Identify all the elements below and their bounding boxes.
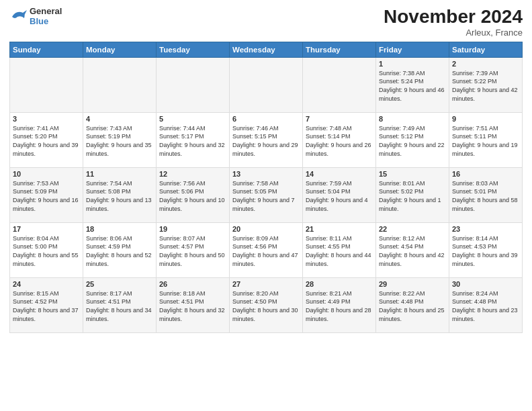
day-info: Sunrise: 7:49 AM Sunset: 5:12 PM Dayligh… <box>379 124 446 158</box>
day-info: Sunrise: 7:43 AM Sunset: 5:19 PM Dayligh… <box>86 124 153 158</box>
calendar-header-row: Sunday Monday Tuesday Wednesday Thursday… <box>10 42 523 57</box>
table-row: 8Sunrise: 7:49 AM Sunset: 5:12 PM Daylig… <box>376 112 449 167</box>
table-row: 29Sunrise: 8:22 AM Sunset: 4:48 PM Dayli… <box>376 277 449 332</box>
day-info: Sunrise: 8:24 AM Sunset: 4:48 PM Dayligh… <box>452 289 519 323</box>
day-info: Sunrise: 7:53 AM Sunset: 5:09 PM Dayligh… <box>13 179 80 213</box>
table-row: 23Sunrise: 8:14 AM Sunset: 4:53 PM Dayli… <box>449 222 523 277</box>
calendar-week-3: 10Sunrise: 7:53 AM Sunset: 5:09 PM Dayli… <box>10 167 523 222</box>
day-info: Sunrise: 8:09 AM Sunset: 4:56 PM Dayligh… <box>232 234 300 268</box>
day-number: 18 <box>86 225 153 233</box>
day-info: Sunrise: 8:21 AM Sunset: 4:49 PM Dayligh… <box>306 289 373 323</box>
day-number: 23 <box>452 225 519 233</box>
table-row: 15Sunrise: 8:01 AM Sunset: 5:02 PM Dayli… <box>376 167 449 222</box>
day-info: Sunrise: 7:44 AM Sunset: 5:17 PM Dayligh… <box>159 124 226 158</box>
table-row: 14Sunrise: 7:59 AM Sunset: 5:04 PM Dayli… <box>303 167 376 222</box>
table-row: 4Sunrise: 7:43 AM Sunset: 5:19 PM Daylig… <box>83 112 157 167</box>
table-row: 21Sunrise: 8:11 AM Sunset: 4:55 PM Dayli… <box>303 222 376 277</box>
table-row: 5Sunrise: 7:44 AM Sunset: 5:17 PM Daylig… <box>157 112 230 167</box>
day-number: 28 <box>306 280 373 288</box>
col-wednesday: Wednesday <box>230 42 303 57</box>
day-info: Sunrise: 8:14 AM Sunset: 4:53 PM Dayligh… <box>452 234 519 268</box>
day-info: Sunrise: 7:46 AM Sunset: 5:15 PM Dayligh… <box>232 124 300 158</box>
day-info: Sunrise: 7:48 AM Sunset: 5:14 PM Dayligh… <box>306 124 373 158</box>
col-tuesday: Tuesday <box>157 42 230 57</box>
table-row: 18Sunrise: 8:06 AM Sunset: 4:59 PM Dayli… <box>83 222 157 277</box>
day-info: Sunrise: 8:06 AM Sunset: 4:59 PM Dayligh… <box>86 234 153 268</box>
day-info: Sunrise: 8:17 AM Sunset: 4:51 PM Dayligh… <box>86 289 153 323</box>
table-row <box>157 57 230 112</box>
table-row: 1Sunrise: 7:38 AM Sunset: 5:24 PM Daylig… <box>376 57 449 112</box>
day-number: 12 <box>159 170 226 178</box>
calendar-week-2: 3Sunrise: 7:41 AM Sunset: 5:20 PM Daylig… <box>10 112 523 167</box>
day-info: Sunrise: 7:51 AM Sunset: 5:11 PM Dayligh… <box>452 124 519 158</box>
day-number: 2 <box>452 60 519 68</box>
table-row: 12Sunrise: 7:56 AM Sunset: 5:06 PM Dayli… <box>157 167 230 222</box>
day-info: Sunrise: 7:41 AM Sunset: 5:20 PM Dayligh… <box>13 124 80 158</box>
day-number: 5 <box>159 115 226 123</box>
day-number: 24 <box>13 280 80 288</box>
day-number: 16 <box>452 170 519 178</box>
day-number: 20 <box>232 225 300 233</box>
col-thursday: Thursday <box>303 42 376 57</box>
day-info: Sunrise: 8:15 AM Sunset: 4:52 PM Dayligh… <box>13 289 80 323</box>
table-row: 30Sunrise: 8:24 AM Sunset: 4:48 PM Dayli… <box>449 277 523 332</box>
table-row: 7Sunrise: 7:48 AM Sunset: 5:14 PM Daylig… <box>303 112 376 167</box>
day-number: 11 <box>86 170 153 178</box>
day-number: 9 <box>452 115 519 123</box>
day-info: Sunrise: 7:39 AM Sunset: 5:22 PM Dayligh… <box>452 69 519 103</box>
day-info: Sunrise: 8:18 AM Sunset: 4:51 PM Dayligh… <box>159 289 226 323</box>
col-sunday: Sunday <box>10 42 83 57</box>
day-number: 6 <box>232 115 300 123</box>
table-row: 3Sunrise: 7:41 AM Sunset: 5:20 PM Daylig… <box>10 112 83 167</box>
table-row: 11Sunrise: 7:54 AM Sunset: 5:08 PM Dayli… <box>83 167 157 222</box>
table-row: 17Sunrise: 8:04 AM Sunset: 5:00 PM Dayli… <box>10 222 83 277</box>
table-row <box>83 57 157 112</box>
day-info: Sunrise: 8:07 AM Sunset: 4:57 PM Dayligh… <box>159 234 226 268</box>
calendar-week-1: 1Sunrise: 7:38 AM Sunset: 5:24 PM Daylig… <box>10 57 523 112</box>
day-number: 7 <box>306 115 373 123</box>
day-info: Sunrise: 7:54 AM Sunset: 5:08 PM Dayligh… <box>86 179 153 213</box>
day-info: Sunrise: 7:56 AM Sunset: 5:06 PM Dayligh… <box>159 179 226 213</box>
col-friday: Friday <box>376 42 449 57</box>
day-number: 4 <box>86 115 153 123</box>
day-number: 13 <box>232 170 300 178</box>
col-saturday: Saturday <box>449 42 523 57</box>
title-block: November 2024 Arleux, France <box>384 7 523 38</box>
day-info: Sunrise: 7:38 AM Sunset: 5:24 PM Dayligh… <box>379 69 446 103</box>
table-row: 13Sunrise: 7:58 AM Sunset: 5:05 PM Dayli… <box>230 167 303 222</box>
day-number: 29 <box>379 280 446 288</box>
table-row: 2Sunrise: 7:39 AM Sunset: 5:22 PM Daylig… <box>449 57 523 112</box>
table-row: 10Sunrise: 7:53 AM Sunset: 5:09 PM Dayli… <box>10 167 83 222</box>
day-info: Sunrise: 8:03 AM Sunset: 5:01 PM Dayligh… <box>452 179 519 213</box>
day-info: Sunrise: 7:59 AM Sunset: 5:04 PM Dayligh… <box>306 179 373 213</box>
day-number: 10 <box>13 170 80 178</box>
day-number: 1 <box>379 60 446 68</box>
calendar-week-4: 17Sunrise: 8:04 AM Sunset: 5:00 PM Dayli… <box>10 222 523 277</box>
page: General Blue November 2024 Arleux, Franc… <box>0 0 532 411</box>
day-info: Sunrise: 7:58 AM Sunset: 5:05 PM Dayligh… <box>232 179 300 213</box>
day-number: 14 <box>306 170 373 178</box>
day-info: Sunrise: 8:22 AM Sunset: 4:48 PM Dayligh… <box>379 289 446 323</box>
table-row: 16Sunrise: 8:03 AM Sunset: 5:01 PM Dayli… <box>449 167 523 222</box>
table-row: 25Sunrise: 8:17 AM Sunset: 4:51 PM Dayli… <box>83 277 157 332</box>
logo: General Blue <box>9 7 62 27</box>
table-row: 9Sunrise: 7:51 AM Sunset: 5:11 PM Daylig… <box>449 112 523 167</box>
month-year-title: November 2024 <box>384 7 523 28</box>
logo-blue: Blue <box>30 17 62 27</box>
day-number: 30 <box>452 280 519 288</box>
day-info: Sunrise: 8:04 AM Sunset: 5:00 PM Dayligh… <box>13 234 80 268</box>
day-number: 27 <box>232 280 300 288</box>
col-monday: Monday <box>83 42 157 57</box>
table-row <box>303 57 376 112</box>
day-number: 17 <box>13 225 80 233</box>
calendar-table: Sunday Monday Tuesday Wednesday Thursday… <box>9 42 523 333</box>
logo-general: General <box>30 7 62 17</box>
day-info: Sunrise: 8:01 AM Sunset: 5:02 PM Dayligh… <box>379 179 446 213</box>
day-number: 22 <box>379 225 446 233</box>
table-row: 19Sunrise: 8:07 AM Sunset: 4:57 PM Dayli… <box>157 222 230 277</box>
table-row: 28Sunrise: 8:21 AM Sunset: 4:49 PM Dayli… <box>303 277 376 332</box>
calendar-week-5: 24Sunrise: 8:15 AM Sunset: 4:52 PM Dayli… <box>10 277 523 332</box>
day-info: Sunrise: 8:11 AM Sunset: 4:55 PM Dayligh… <box>306 234 373 268</box>
table-row: 22Sunrise: 8:12 AM Sunset: 4:54 PM Dayli… <box>376 222 449 277</box>
day-number: 8 <box>379 115 446 123</box>
